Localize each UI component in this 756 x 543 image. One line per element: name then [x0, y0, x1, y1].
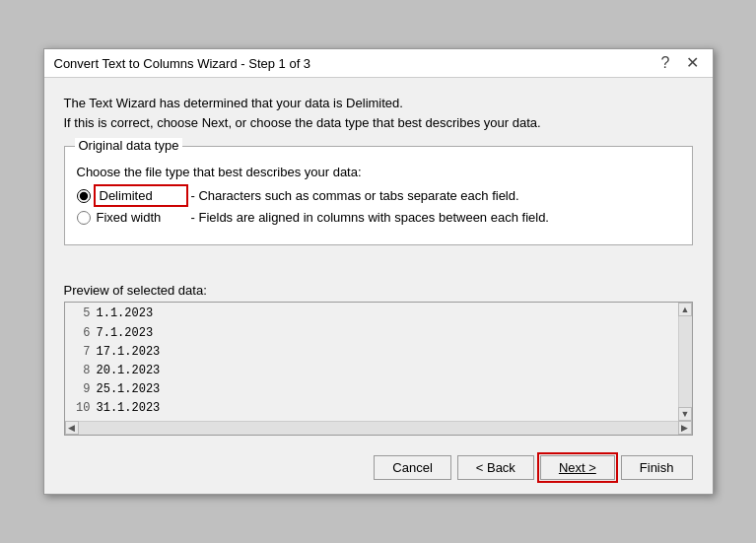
row-value: 17.1.2023 [97, 343, 161, 362]
row-number: 5 [69, 305, 91, 323]
row-number: 6 [69, 324, 91, 343]
dialog-footer: Cancel < Back Next > Finish [44, 445, 713, 494]
preview-row: 1031.1.2023 [69, 399, 674, 418]
row-number: 10 [69, 399, 91, 418]
cancel-button[interactable]: Cancel [374, 455, 450, 480]
preview-label: Preview of selected data: [64, 283, 693, 298]
preview-row: 717.1.2023 [69, 343, 674, 362]
preview-main: 51.1.202367.1.2023717.1.2023820.1.202392… [65, 303, 692, 420]
intro-line2: If this is correct, choose Next, or choo… [64, 113, 693, 133]
label-delimited[interactable]: Delimited [97, 187, 185, 204]
preview-section: Preview of selected data: 51.1.202367.1.… [64, 283, 693, 435]
spacer [64, 255, 693, 265]
dialog-body: The Text Wizard has determined that your… [44, 78, 713, 444]
group-label: Choose the file type that best describes… [77, 165, 680, 179]
next-button[interactable]: Next > [540, 455, 615, 480]
row-value: 25.1.2023 [97, 380, 161, 399]
titlebar: Convert Text to Columns Wizard - Step 1 … [44, 49, 713, 78]
dialog-container: Convert Text to Columns Wizard - Step 1 … [43, 48, 714, 494]
row-value: 31.1.2023 [97, 399, 161, 418]
group-content: Choose the file type that best describes… [77, 165, 680, 225]
finish-button[interactable]: Finish [621, 455, 693, 480]
row-value: 1.1.2023 [97, 305, 154, 323]
preview-outer: 51.1.202367.1.2023717.1.2023820.1.202392… [64, 302, 693, 435]
intro-section: The Text Wizard has determined that your… [64, 94, 693, 132]
help-button[interactable]: ? [657, 55, 674, 71]
row-value: 7.1.2023 [97, 324, 154, 343]
horizontal-scrollbar[interactable]: ◀ ▶ [65, 421, 692, 435]
vertical-scrollbar[interactable]: ▲ ▼ [678, 303, 692, 420]
radio-row-fixed: Fixed width - Fields are aligned in colu… [77, 210, 680, 225]
desc-delimited: - Characters such as commas or tabs sepa… [191, 188, 519, 203]
preview-row: 925.1.2023 [69, 380, 674, 399]
desc-fixed: - Fields are aligned in columns with spa… [191, 210, 549, 225]
scroll-left-arrow[interactable]: ◀ [65, 421, 79, 435]
preview-row: 67.1.2023 [69, 324, 674, 343]
row-value: 20.1.2023 [97, 362, 161, 380]
label-fixed[interactable]: Fixed width [97, 210, 185, 225]
close-button[interactable]: ✕ [682, 55, 703, 71]
scroll-track-h[interactable] [79, 422, 678, 435]
scroll-down-arrow[interactable]: ▼ [678, 407, 692, 421]
back-button[interactable]: < Back [457, 455, 534, 480]
dialog-title: Convert Text to Columns Wizard - Step 1 … [54, 56, 311, 71]
radio-fixed[interactable] [77, 211, 91, 225]
radio-delimited[interactable] [77, 189, 91, 203]
scroll-right-arrow[interactable]: ▶ [678, 421, 692, 435]
row-number: 9 [69, 380, 91, 399]
titlebar-controls: ? ✕ [657, 55, 703, 71]
row-number: 8 [69, 362, 91, 380]
scroll-up-arrow[interactable]: ▲ [678, 303, 692, 316]
row-number: 7 [69, 343, 91, 362]
radio-row-delimited: Delimited - Characters such as commas or… [77, 187, 680, 204]
intro-line1: The Text Wizard has determined that your… [64, 94, 693, 113]
group-legend: Original data type [75, 138, 183, 153]
preview-row: 820.1.2023 [69, 362, 674, 380]
original-data-type-group: Original data type Choose the file type … [64, 146, 693, 245]
scroll-track-v[interactable] [679, 316, 692, 406]
preview-row: 51.1.2023 [69, 305, 674, 323]
preview-box[interactable]: 51.1.202367.1.2023717.1.2023820.1.202392… [65, 303, 678, 420]
